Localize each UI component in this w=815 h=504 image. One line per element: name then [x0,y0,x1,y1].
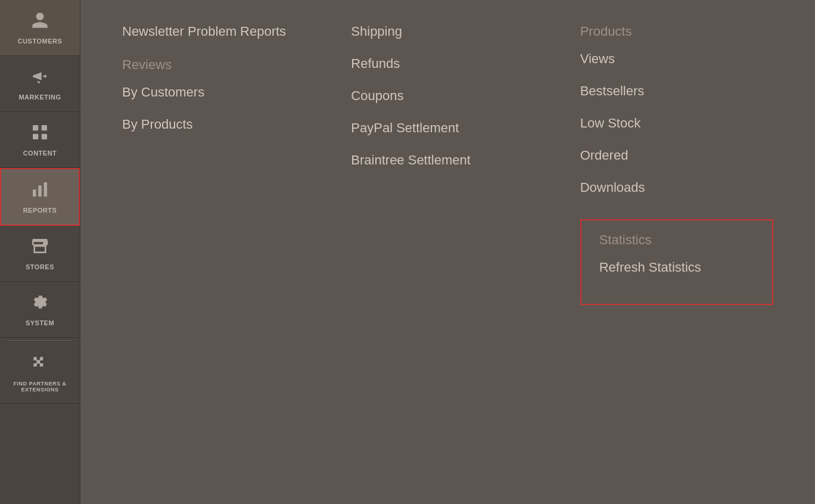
reviews-header: Reviews [122,57,315,73]
sidebar-divider [8,340,71,341]
newsletter-problem-reports-link[interactable]: Newsletter Problem Reports [122,24,315,39]
sidebar-item-system-label: SYSTEM [26,319,54,326]
statistics-section: Statistics Refresh Statistics [580,219,773,305]
downloads-link[interactable]: Downloads [580,180,773,195]
sidebar-item-marketing-label: MARKETING [18,94,61,101]
refunds-link[interactable]: Refunds [351,56,544,71]
sidebar-item-stores-label: STORES [26,263,54,270]
shipping-link[interactable]: Shipping [351,24,544,39]
statistics-box: Statistics Refresh Statistics [580,219,773,305]
customers-icon [30,11,49,34]
svg-rect-5 [38,185,41,197]
statistics-header: Statistics [599,232,754,248]
marketing-icon [30,67,49,90]
sidebar-item-customers[interactable]: CUSTOMERS [0,0,80,56]
svg-rect-4 [33,189,36,197]
extensions-icon [30,354,49,377]
ordered-link[interactable]: Ordered [580,148,773,163]
svg-rect-6 [44,182,47,197]
sidebar: CUSTOMERS MARKETING CONTENT [0,0,80,504]
svg-rect-3 [42,134,47,139]
menu-column-2: Shipping Refunds Coupons PayPal Settleme… [333,12,562,317]
menu-column-1: Newsletter Problem Reports Reviews By Cu… [104,12,333,317]
coupons-link[interactable]: Coupons [351,88,544,104]
system-gear-icon [30,293,49,316]
menu-grid: Newsletter Problem Reports Reviews By Cu… [104,12,791,317]
content-icon [30,123,49,146]
sidebar-item-stores[interactable]: STORES [0,226,80,282]
braintree-settlement-link[interactable]: Braintree Settlement [351,153,544,168]
products-header: Products [580,24,773,39]
sidebar-item-content-label: CONTENT [23,150,57,157]
views-link[interactable]: Views [580,51,773,67]
paypal-settlement-link[interactable]: PayPal Settlement [351,120,544,136]
sidebar-item-reports[interactable]: REPORTS [0,168,80,226]
sidebar-item-extensions-label: FIND PARTNERS & EXTENSIONS [5,381,75,393]
reviews-section: Reviews By Customers By Products [122,57,315,132]
sidebar-item-content[interactable]: CONTENT [0,112,80,168]
sidebar-item-customers-label: CUSTOMERS [18,38,63,45]
sidebar-item-marketing[interactable]: MARKETING [0,56,80,112]
svg-rect-1 [42,125,47,130]
svg-rect-2 [33,134,38,139]
svg-rect-0 [33,125,38,130]
main-content: Newsletter Problem Reports Reviews By Cu… [80,0,815,504]
by-products-link[interactable]: By Products [122,117,315,132]
sidebar-item-system[interactable]: SYSTEM [0,282,80,338]
reports-icon [30,180,49,203]
by-customers-link[interactable]: By Customers [122,85,315,100]
menu-column-3: Products Views Bestsellers Low Stock Ord… [562,12,791,317]
refresh-statistics-link[interactable]: Refresh Statistics [599,260,754,275]
sidebar-item-reports-label: REPORTS [23,207,57,214]
low-stock-link[interactable]: Low Stock [580,116,773,131]
sidebar-item-extensions[interactable]: FIND PARTNERS & EXTENSIONS [0,343,80,404]
bestsellers-link[interactable]: Bestsellers [580,83,773,99]
stores-icon [30,237,49,260]
